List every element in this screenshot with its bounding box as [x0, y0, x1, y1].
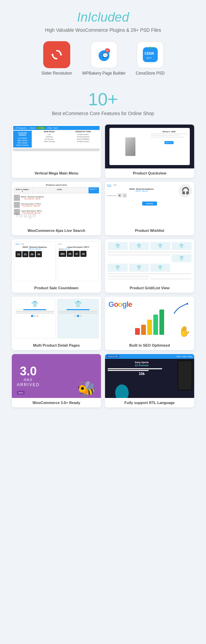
wl-select-options[interactable]: ▾ Select options	[107, 195, 117, 196]
as-search-button[interactable]: Search 🔍	[88, 187, 99, 193]
svg-text:7: 7	[106, 49, 108, 52]
rtl-nav-item-1: Home	[177, 355, 181, 357]
as-result-1: BQ618 - Bluetooth Headphone Price $10.00…	[14, 195, 99, 201]
as-category-select[interactable]: Select a category ▾	[14, 187, 31, 193]
mp-dots-1	[31, 315, 38, 317]
rtl-price: 10₺	[108, 372, 176, 376]
gl-item-2: 👕	[129, 242, 149, 250]
mm-pages-text: Pages	[53, 127, 58, 129]
mp-shirt-icon-1: 👕	[31, 300, 38, 308]
woo3-version-number: 3.0	[17, 365, 40, 377]
mp-product-2: 👕	[57, 299, 99, 339]
g-yellow: o	[118, 300, 122, 308]
seo-bar-1	[135, 328, 140, 335]
as-result-1-price: Price $10.00 - $45.00	[21, 198, 44, 200]
mp-dot-6	[80, 315, 82, 317]
cd-tab-dell: Dell	[21, 243, 24, 245]
wl-headphone-image: 🎧	[179, 184, 192, 197]
grid-list-label: Product Grid/List View	[105, 283, 194, 293]
cd-mins1: 09	[29, 251, 35, 257]
wl-wishlist-btn-container: Wishlist	[107, 199, 192, 206]
rtl-phone	[177, 360, 192, 391]
cenastore-label: CenaStore PSD	[136, 71, 164, 76]
quickview-label: Product Quickview	[105, 168, 194, 178]
feature-card-woo3: 3.0 HAS ARRIVED woo 🐝 WooCommerce 3.0+ R…	[12, 354, 101, 407]
feature-card-quickview: iPhone 8 - 16GB Add to cart Product Quic…	[105, 125, 194, 178]
feature-card-multi-product: 👕 👕	[12, 297, 101, 350]
wl-cart-btn[interactable]: 🛒	[123, 193, 127, 197]
mm-product-types: PRODUCTS TYPES Simple product Grouped pr…	[67, 131, 100, 147]
qv-product-title: iPhone 8 - 16GB	[151, 131, 187, 133]
mm-shop-btn[interactable]: ⚡ Shop	[36, 127, 46, 129]
rtl-nav-item-2: Shop	[182, 355, 186, 357]
feature-card-wishlist: Beats Dell BQ618 - Bluetooth Headphone $…	[105, 182, 194, 235]
features-count: 10+	[7, 89, 199, 109]
rtl-product-brand: Sony Xperia	[108, 361, 176, 364]
rtl-accent-shape	[115, 384, 129, 398]
seo-bar-5	[159, 310, 164, 335]
cd-timer1: 10 21 09 08	[16, 251, 54, 257]
cd-hours2: 09	[67, 251, 73, 257]
feature-card-grid-list: 👕 👕 👕 👕 👕 👕 👕 👕	[105, 239, 194, 293]
included-subtitle: High Valuable WooCommerce Plugins & 29+ …	[7, 27, 199, 33]
mp-dot-3	[36, 315, 38, 317]
rtl-phone-screen	[178, 361, 191, 390]
qv-product-image	[111, 130, 149, 163]
mm-home-text: ⌂ Home	[29, 127, 35, 129]
mm-allcategories-text: ≡ All Categories	[15, 127, 26, 129]
cd-hours1: 21	[22, 251, 28, 257]
gl-item-4: 👕	[172, 242, 191, 250]
woo3-text-block: 3.0 HAS ARRIVED	[17, 365, 40, 387]
feature-card-mega-menu: ≡ All Categories ⌂ Home ⚡ Shop ≡ Blog Pa…	[12, 125, 101, 178]
mp-desc-line-3	[59, 311, 97, 312]
plugins-row: Slider Revolution 💬 7 WPBakery Page Buil…	[7, 41, 199, 76]
as-result-2-img	[14, 202, 20, 208]
wl-tab-dell[interactable]: Dell	[113, 184, 117, 187]
grid-list-preview-container: 👕 👕 👕 👕 👕 👕 👕 👕	[105, 239, 194, 283]
cd-days1: 10	[16, 251, 22, 257]
wl-add-wishlist-btn[interactable]: Wishlist	[142, 202, 157, 206]
countdown-preview-container: Beats Dell BQ618 - Bluetooth Headphone $…	[12, 239, 101, 283]
google-logo: Google	[108, 300, 132, 309]
cd-days2: 685	[59, 251, 66, 257]
mp-product-1: 👕	[14, 299, 56, 339]
woo3-label: WooCommerce 3.0+ Ready	[12, 398, 101, 407]
seo-preview-container: Google ✋	[105, 297, 194, 341]
gl-item-1: 👕	[108, 242, 128, 250]
rtl-site-logo: CENASTORE	[107, 355, 119, 358]
features-section: 10+ Best eCommerce Core Features for Onl…	[0, 86, 206, 418]
mp-desc-line-4	[59, 313, 97, 314]
g-red: o	[114, 300, 118, 308]
cd-product2-price: $70.00	[65, 248, 70, 250]
svg-text:CENA: CENA	[145, 52, 154, 55]
as-form-title: Products search form	[14, 184, 99, 186]
mp-dot-4	[74, 315, 76, 317]
plugin-slider-revolution: Slider Revolution	[42, 41, 72, 76]
wl-tabs: Beats Dell	[107, 184, 176, 187]
rtl-topbar: CENASTORE Home Shop Pages	[105, 354, 194, 359]
woo3-preview-container: 3.0 HAS ARRIVED woo 🐝	[12, 354, 101, 398]
features-subtitle: Best eCommerce Core Features for Online …	[7, 111, 199, 116]
wpbakery-icon: 💬 7	[91, 41, 118, 68]
rtl-nav-item-3: Pages	[188, 355, 192, 357]
gl-line-4	[108, 276, 149, 277]
cd-secs1: 08	[36, 251, 42, 257]
g-blue2: g	[122, 300, 126, 308]
wl-tab-beats[interactable]: Beats	[107, 184, 111, 187]
as-search-input[interactable]: produc	[32, 187, 87, 193]
rtl-product-model: XZ Premium	[108, 364, 176, 367]
gl-item-8: 👕	[150, 264, 170, 272]
feature-card-ajax-search: Products search form Select a category ▾…	[12, 182, 101, 235]
cd-tab-dell2: Dell	[59, 243, 62, 245]
gl-line-1	[108, 251, 191, 253]
qv-add-to-cart-btn[interactable]: Add to cart	[164, 141, 174, 144]
cd-secs2: 08	[80, 251, 86, 257]
gl-item-3: 👕	[150, 242, 170, 250]
quickview-modal: iPhone 8 - 16GB Add to cart	[109, 128, 190, 165]
mm-sidebar: CATEGORY SIDEBAR Left Sidebar Right Side…	[13, 131, 32, 147]
feature-card-rtl: CENASTORE Home Shop Pages Sony Xperia XZ…	[105, 354, 194, 407]
qv-product-desc	[151, 133, 187, 134]
wl-heart-btn[interactable]: ♥	[118, 193, 122, 197]
wishlist-label: Product Wishlist	[105, 226, 194, 235]
as-result-2: Samsung Galaxy J7 Prime Price $200.00 - …	[14, 202, 99, 208]
